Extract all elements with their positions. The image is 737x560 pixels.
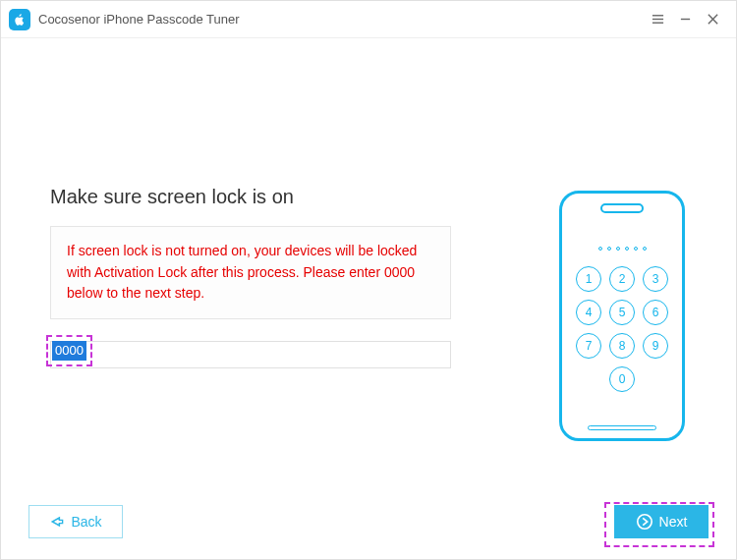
titlebar: Cocosenor iPhone Passcode Tuner bbox=[1, 1, 736, 38]
app-logo bbox=[9, 9, 30, 30]
menu-icon bbox=[652, 13, 664, 26]
passcode-input[interactable] bbox=[50, 341, 451, 368]
warning-message: If screen lock is not turned on, your de… bbox=[50, 226, 451, 319]
next-button-label: Next bbox=[659, 514, 688, 530]
phone-notch bbox=[600, 203, 644, 213]
minimize-button[interactable] bbox=[671, 6, 699, 33]
footer: Back Next bbox=[1, 502, 736, 541]
svg-point-6 bbox=[637, 515, 651, 529]
back-arrow-icon bbox=[49, 515, 65, 529]
next-button[interactable]: Next bbox=[614, 505, 709, 538]
keypad-key: 4 bbox=[576, 300, 601, 325]
keypad-key: 1 bbox=[576, 266, 601, 292]
apple-icon bbox=[13, 13, 27, 27]
passcode-row: 0000 bbox=[50, 341, 451, 368]
back-button-label: Back bbox=[71, 514, 101, 530]
phone-homebar bbox=[588, 425, 656, 430]
keypad-key: 6 bbox=[643, 300, 668, 325]
keypad-key: 7 bbox=[576, 333, 601, 359]
keypad-key: 9 bbox=[643, 333, 668, 359]
app-title: Cocosenor iPhone Passcode Tuner bbox=[38, 12, 240, 27]
phone-keypad: 1 2 3 4 5 6 7 8 9 0 bbox=[576, 266, 668, 392]
keypad-key: 5 bbox=[609, 300, 635, 325]
passcode-dots bbox=[598, 247, 647, 251]
menu-button[interactable] bbox=[644, 6, 671, 33]
phone-illustration: 1 2 3 4 5 6 7 8 9 0 bbox=[559, 191, 685, 441]
back-button[interactable]: Back bbox=[28, 505, 123, 538]
next-arrow-icon bbox=[636, 513, 653, 531]
close-button[interactable] bbox=[699, 6, 726, 33]
keypad-key: 3 bbox=[643, 266, 668, 292]
keypad-key: 0 bbox=[609, 366, 635, 392]
main-content: Make sure screen lock is on If screen lo… bbox=[1, 38, 736, 559]
close-icon bbox=[707, 13, 719, 26]
keypad-key: 2 bbox=[609, 266, 635, 292]
minimize-icon bbox=[679, 13, 692, 26]
keypad-key: 8 bbox=[609, 333, 635, 359]
